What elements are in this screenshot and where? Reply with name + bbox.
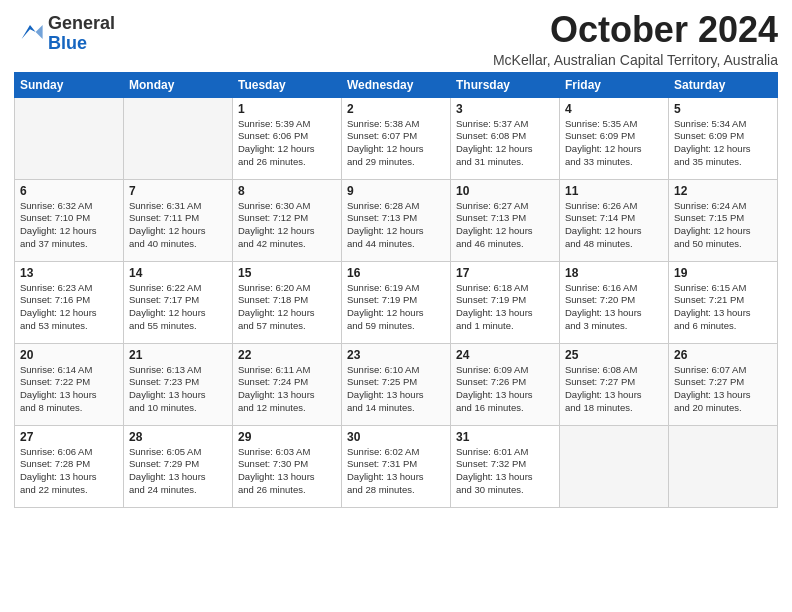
day-info: Sunrise: 6:01 AM Sunset: 7:32 PM Dayligh… [456,446,554,497]
day-info: Sunrise: 6:32 AM Sunset: 7:10 PM Dayligh… [20,200,118,251]
day-number: 27 [20,430,118,444]
calendar-cell: 29Sunrise: 6:03 AM Sunset: 7:30 PM Dayli… [233,425,342,507]
svg-marker-0 [22,25,36,39]
calendar-cell: 20Sunrise: 6:14 AM Sunset: 7:22 PM Dayli… [15,343,124,425]
calendar-cell: 7Sunrise: 6:31 AM Sunset: 7:11 PM Daylig… [124,179,233,261]
day-info: Sunrise: 6:22 AM Sunset: 7:17 PM Dayligh… [129,282,227,333]
day-number: 6 [20,184,118,198]
day-number: 7 [129,184,227,198]
calendar-cell: 17Sunrise: 6:18 AM Sunset: 7:19 PM Dayli… [451,261,560,343]
calendar-cell: 26Sunrise: 6:07 AM Sunset: 7:27 PM Dayli… [669,343,778,425]
day-number: 29 [238,430,336,444]
day-number: 2 [347,102,445,116]
day-info: Sunrise: 6:31 AM Sunset: 7:11 PM Dayligh… [129,200,227,251]
day-info: Sunrise: 5:38 AM Sunset: 6:07 PM Dayligh… [347,118,445,169]
logo-text: General Blue [48,14,115,54]
page: General Blue October 2024 McKellar, Aust… [0,0,792,612]
calendar-cell: 10Sunrise: 6:27 AM Sunset: 7:13 PM Dayli… [451,179,560,261]
day-info: Sunrise: 6:23 AM Sunset: 7:16 PM Dayligh… [20,282,118,333]
day-header-thursday: Thursday [451,72,560,97]
day-number: 17 [456,266,554,280]
day-number: 11 [565,184,663,198]
day-info: Sunrise: 6:27 AM Sunset: 7:13 PM Dayligh… [456,200,554,251]
calendar-cell: 21Sunrise: 6:13 AM Sunset: 7:23 PM Dayli… [124,343,233,425]
day-number: 28 [129,430,227,444]
month-title: October 2024 [493,10,778,50]
day-number: 16 [347,266,445,280]
day-info: Sunrise: 6:13 AM Sunset: 7:23 PM Dayligh… [129,364,227,415]
day-info: Sunrise: 6:03 AM Sunset: 7:30 PM Dayligh… [238,446,336,497]
day-number: 19 [674,266,772,280]
day-info: Sunrise: 6:30 AM Sunset: 7:12 PM Dayligh… [238,200,336,251]
day-info: Sunrise: 6:08 AM Sunset: 7:27 PM Dayligh… [565,364,663,415]
day-info: Sunrise: 6:20 AM Sunset: 7:18 PM Dayligh… [238,282,336,333]
day-number: 18 [565,266,663,280]
calendar-cell: 5Sunrise: 5:34 AM Sunset: 6:09 PM Daylig… [669,97,778,179]
calendar-cell: 9Sunrise: 6:28 AM Sunset: 7:13 PM Daylig… [342,179,451,261]
calendar-cell: 8Sunrise: 6:30 AM Sunset: 7:12 PM Daylig… [233,179,342,261]
day-number: 3 [456,102,554,116]
day-header-wednesday: Wednesday [342,72,451,97]
calendar-cell: 31Sunrise: 6:01 AM Sunset: 7:32 PM Dayli… [451,425,560,507]
day-info: Sunrise: 6:24 AM Sunset: 7:15 PM Dayligh… [674,200,772,251]
day-info: Sunrise: 6:07 AM Sunset: 7:27 PM Dayligh… [674,364,772,415]
day-number: 12 [674,184,772,198]
logo-area: General Blue [14,14,115,54]
logo [14,18,44,50]
calendar-week-3: 13Sunrise: 6:23 AM Sunset: 7:16 PM Dayli… [15,261,778,343]
day-info: Sunrise: 6:26 AM Sunset: 7:14 PM Dayligh… [565,200,663,251]
calendar-cell: 2Sunrise: 5:38 AM Sunset: 6:07 PM Daylig… [342,97,451,179]
day-header-tuesday: Tuesday [233,72,342,97]
day-number: 31 [456,430,554,444]
day-number: 13 [20,266,118,280]
title-area: October 2024 McKellar, Australian Capita… [493,10,778,68]
calendar-cell: 22Sunrise: 6:11 AM Sunset: 7:24 PM Dayli… [233,343,342,425]
calendar-week-4: 20Sunrise: 6:14 AM Sunset: 7:22 PM Dayli… [15,343,778,425]
day-number: 24 [456,348,554,362]
calendar-cell [15,97,124,179]
day-info: Sunrise: 6:19 AM Sunset: 7:19 PM Dayligh… [347,282,445,333]
calendar-cell [124,97,233,179]
calendar-cell: 27Sunrise: 6:06 AM Sunset: 7:28 PM Dayli… [15,425,124,507]
calendar-cell: 11Sunrise: 6:26 AM Sunset: 7:14 PM Dayli… [560,179,669,261]
day-number: 1 [238,102,336,116]
calendar-cell: 1Sunrise: 5:39 AM Sunset: 6:06 PM Daylig… [233,97,342,179]
calendar-cell: 13Sunrise: 6:23 AM Sunset: 7:16 PM Dayli… [15,261,124,343]
day-info: Sunrise: 6:02 AM Sunset: 7:31 PM Dayligh… [347,446,445,497]
calendar-header-row: SundayMondayTuesdayWednesdayThursdayFrid… [15,72,778,97]
calendar-cell: 6Sunrise: 6:32 AM Sunset: 7:10 PM Daylig… [15,179,124,261]
day-info: Sunrise: 5:35 AM Sunset: 6:09 PM Dayligh… [565,118,663,169]
day-info: Sunrise: 5:37 AM Sunset: 6:08 PM Dayligh… [456,118,554,169]
day-number: 15 [238,266,336,280]
svg-marker-1 [36,25,43,39]
calendar-week-1: 1Sunrise: 5:39 AM Sunset: 6:06 PM Daylig… [15,97,778,179]
day-info: Sunrise: 6:09 AM Sunset: 7:26 PM Dayligh… [456,364,554,415]
day-info: Sunrise: 6:14 AM Sunset: 7:22 PM Dayligh… [20,364,118,415]
calendar-cell: 25Sunrise: 6:08 AM Sunset: 7:27 PM Dayli… [560,343,669,425]
calendar-cell: 15Sunrise: 6:20 AM Sunset: 7:18 PM Dayli… [233,261,342,343]
day-header-monday: Monday [124,72,233,97]
calendar-cell [560,425,669,507]
logo-general: General [48,13,115,33]
day-number: 5 [674,102,772,116]
calendar-cell: 14Sunrise: 6:22 AM Sunset: 7:17 PM Dayli… [124,261,233,343]
day-number: 4 [565,102,663,116]
calendar-cell: 18Sunrise: 6:16 AM Sunset: 7:20 PM Dayli… [560,261,669,343]
day-info: Sunrise: 6:18 AM Sunset: 7:19 PM Dayligh… [456,282,554,333]
day-number: 21 [129,348,227,362]
day-number: 23 [347,348,445,362]
calendar-cell: 30Sunrise: 6:02 AM Sunset: 7:31 PM Dayli… [342,425,451,507]
day-number: 22 [238,348,336,362]
day-number: 25 [565,348,663,362]
day-number: 26 [674,348,772,362]
calendar-cell [669,425,778,507]
calendar-cell: 19Sunrise: 6:15 AM Sunset: 7:21 PM Dayli… [669,261,778,343]
calendar-cell: 23Sunrise: 6:10 AM Sunset: 7:25 PM Dayli… [342,343,451,425]
day-number: 20 [20,348,118,362]
day-number: 10 [456,184,554,198]
day-info: Sunrise: 6:11 AM Sunset: 7:24 PM Dayligh… [238,364,336,415]
day-header-saturday: Saturday [669,72,778,97]
day-info: Sunrise: 6:06 AM Sunset: 7:28 PM Dayligh… [20,446,118,497]
day-info: Sunrise: 6:16 AM Sunset: 7:20 PM Dayligh… [565,282,663,333]
day-number: 8 [238,184,336,198]
